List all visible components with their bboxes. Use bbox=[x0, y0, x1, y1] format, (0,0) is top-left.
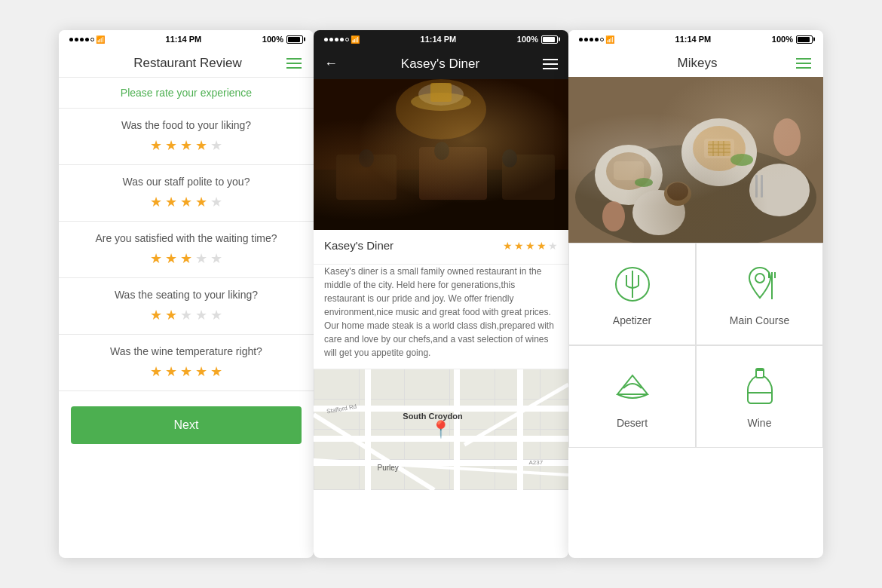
svg-point-9 bbox=[359, 149, 374, 167]
battery-percent-2: 100% bbox=[517, 35, 538, 44]
star-5-5[interactable]: ★ bbox=[210, 363, 222, 380]
star-2-4[interactable]: ★ bbox=[195, 194, 207, 210]
star-3-3[interactable]: ★ bbox=[180, 250, 192, 267]
star-3-1[interactable]: ★ bbox=[150, 250, 162, 267]
map-pin-icon[interactable]: 📍 bbox=[430, 420, 451, 439]
svg-line-14 bbox=[464, 384, 568, 445]
menu-cell-appetizer[interactable]: Apetizer bbox=[568, 243, 696, 345]
r-star-4[interactable]: ★ bbox=[537, 240, 547, 252]
hamburger-line-3-3 bbox=[796, 67, 811, 69]
dot1 bbox=[69, 38, 73, 41]
main-course-label: Main Course bbox=[730, 314, 789, 326]
svg-point-18 bbox=[595, 145, 663, 205]
star-3-2[interactable]: ★ bbox=[165, 250, 177, 267]
hamburger-menu-icon-2[interactable] bbox=[543, 59, 558, 69]
star-5-3[interactable]: ★ bbox=[180, 363, 192, 380]
question-4-stars[interactable]: ★ ★ ★ ★ ★ bbox=[71, 307, 302, 323]
star-5-1[interactable]: ★ bbox=[150, 363, 162, 380]
star-1-4[interactable]: ★ bbox=[195, 137, 207, 154]
r-star-5[interactable]: ★ bbox=[548, 240, 558, 252]
star-2-3[interactable]: ★ bbox=[180, 194, 192, 210]
map-a237-label: A237 bbox=[529, 459, 544, 466]
star-2-5[interactable]: ★ bbox=[210, 194, 222, 210]
r-star-3[interactable]: ★ bbox=[525, 240, 535, 252]
status-time-3: 11:14 PM bbox=[675, 35, 712, 44]
dot2-5 bbox=[345, 38, 349, 41]
question-5-stars[interactable]: ★ ★ ★ ★ ★ bbox=[71, 363, 302, 380]
menu-cell-wine[interactable]: Wine bbox=[696, 345, 823, 448]
star-2-1[interactable]: ★ bbox=[150, 194, 162, 210]
dot5 bbox=[90, 38, 94, 41]
screen-restaurant-review: 📶 11:14 PM 100% Restaurant Review Please… bbox=[59, 30, 314, 558]
dot3 bbox=[80, 38, 84, 41]
svg-point-10 bbox=[434, 142, 449, 160]
status-bar-3: 📶 11:14 PM 100% bbox=[568, 30, 823, 48]
restaurant-image-inner bbox=[314, 79, 568, 230]
question-1-stars[interactable]: ★ ★ ★ ★ ★ bbox=[71, 137, 302, 154]
svg-rect-16 bbox=[568, 77, 823, 243]
svg-point-33 bbox=[664, 182, 691, 206]
star-5-4[interactable]: ★ bbox=[195, 363, 207, 380]
svg-point-34 bbox=[667, 182, 688, 201]
star-1-3[interactable]: ★ bbox=[180, 137, 192, 154]
s1-header: Restaurant Review bbox=[59, 48, 314, 78]
hamburger-line-2-1 bbox=[543, 59, 558, 60]
dessert-label: Desert bbox=[617, 417, 648, 429]
star-4-2[interactable]: ★ bbox=[165, 307, 177, 323]
star-1-2[interactable]: ★ bbox=[165, 137, 177, 154]
restaurant-photo-svg bbox=[314, 79, 568, 230]
question-5: Was the wine temperature right? ★ ★ ★ ★ … bbox=[59, 335, 314, 391]
battery-fill-3 bbox=[798, 37, 810, 42]
menu-cell-dessert[interactable]: Desert bbox=[568, 345, 696, 448]
star-1-5[interactable]: ★ bbox=[210, 137, 222, 154]
menu-cell-main-course[interactable]: Main Course bbox=[696, 243, 823, 345]
hamburger-line-3-1 bbox=[796, 58, 811, 60]
s1-subtitle: Please rate your experience bbox=[59, 78, 314, 109]
star-3-4[interactable]: ★ bbox=[195, 250, 207, 267]
question-2-stars[interactable]: ★ ★ ★ ★ ★ bbox=[71, 194, 302, 210]
question-1-text: Was the food to your liking? bbox=[71, 119, 302, 131]
wine-icon-container bbox=[737, 364, 782, 409]
star-1-1[interactable]: ★ bbox=[150, 137, 162, 154]
svg-rect-41 bbox=[568, 77, 823, 243]
star-3-5[interactable]: ★ bbox=[210, 250, 222, 267]
battery-fill-1 bbox=[288, 37, 300, 42]
star-4-3[interactable]: ★ bbox=[180, 307, 192, 323]
star-4-1[interactable]: ★ bbox=[150, 307, 162, 323]
back-arrow-icon[interactable]: ← bbox=[324, 56, 338, 72]
hamburger-menu-icon-1[interactable] bbox=[286, 58, 302, 69]
restaurant-name-row: Kasey's Diner ★ ★ ★ ★ ★ bbox=[324, 239, 558, 252]
r-star-2[interactable]: ★ bbox=[514, 240, 524, 252]
hamburger-line-2-2 bbox=[543, 63, 558, 65]
map-background: Stafford Rd A237 South Croydon Purley 📍 bbox=[314, 369, 568, 490]
dot4 bbox=[85, 38, 89, 41]
star-5-2[interactable]: ★ bbox=[165, 363, 177, 380]
star-4-5[interactable]: ★ bbox=[210, 307, 222, 323]
hamburger-line-3-2 bbox=[796, 63, 811, 64]
dot2-2 bbox=[329, 38, 333, 41]
restaurant-rating-stars[interactable]: ★ ★ ★ ★ ★ bbox=[503, 240, 558, 252]
svg-point-35 bbox=[773, 118, 801, 156]
svg-point-17 bbox=[575, 145, 816, 243]
dot2-4 bbox=[340, 38, 344, 41]
svg-rect-8 bbox=[430, 83, 452, 102]
question-4: Was the seating to your liking? ★ ★ ★ ★ … bbox=[59, 278, 314, 335]
s3-header: Mikeys bbox=[568, 48, 823, 77]
question-3-stars[interactable]: ★ ★ ★ ★ ★ bbox=[71, 250, 302, 267]
restaurant-name-label: Kasey's Diner bbox=[324, 239, 394, 252]
star-4-4[interactable]: ★ bbox=[195, 307, 207, 323]
status-right-2: 100% bbox=[517, 35, 558, 44]
status-time-2: 11:14 PM bbox=[421, 35, 457, 44]
svg-point-22 bbox=[606, 152, 651, 190]
r-star-1[interactable]: ★ bbox=[503, 240, 513, 252]
battery-percent-1: 100% bbox=[262, 35, 283, 44]
star-2-2[interactable]: ★ bbox=[165, 194, 177, 210]
map-container[interactable]: Stafford Rd A237 South Croydon Purley 📍 bbox=[314, 369, 568, 490]
dot2 bbox=[75, 38, 78, 41]
restaurant-image bbox=[314, 79, 568, 230]
signal-dots bbox=[69, 38, 94, 41]
screen-kaseys-diner: 📶 11:14 PM 100% ← Kasey's Diner bbox=[314, 30, 568, 558]
next-button[interactable]: Next bbox=[71, 406, 302, 444]
question-4-text: Was the seating to your liking? bbox=[71, 289, 302, 301]
hamburger-menu-icon-3[interactable] bbox=[796, 58, 811, 69]
